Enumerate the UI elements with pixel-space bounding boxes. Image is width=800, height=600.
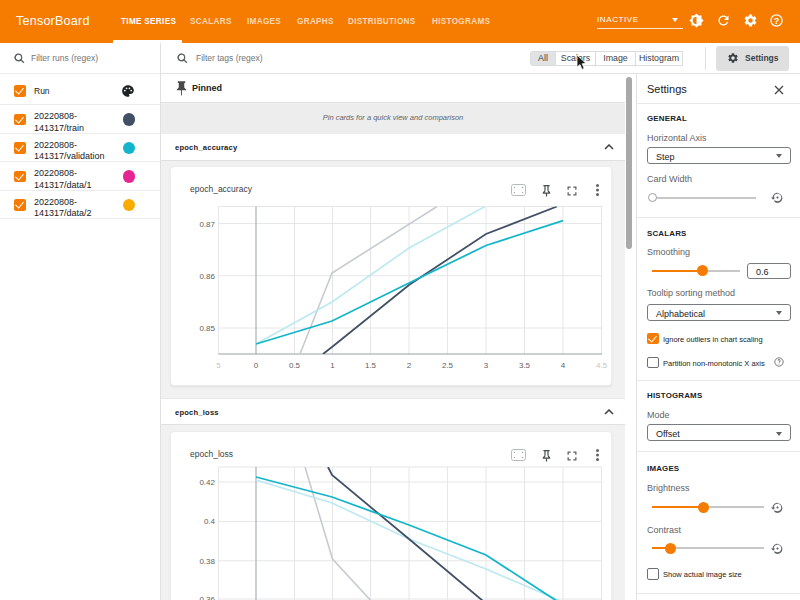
svg-text:0.38: 0.38	[199, 557, 215, 566]
svg-text:0: 0	[254, 361, 259, 370]
svg-text:0.5: 0.5	[289, 361, 301, 370]
svg-text:0.42: 0.42	[199, 478, 215, 487]
svg-text:0.4: 0.4	[204, 517, 216, 526]
svg-text:4.5: 4.5	[596, 361, 608, 370]
svg-text:?: ?	[774, 16, 780, 26]
svg-text:3: 3	[484, 361, 489, 370]
svg-text:4: 4	[561, 361, 566, 370]
svg-text:1.5: 1.5	[365, 361, 377, 370]
svg-text:1: 1	[330, 361, 335, 370]
svg-text:0.86: 0.86	[199, 272, 215, 281]
svg-text:0.85: 0.85	[199, 324, 215, 333]
svg-text:0.87: 0.87	[199, 220, 215, 229]
svg-text:0.36: 0.36	[199, 595, 215, 600]
svg-text:2: 2	[407, 361, 412, 370]
svg-text:5: 5	[216, 361, 221, 370]
svg-text:3.5: 3.5	[519, 361, 531, 370]
svg-text:2.5: 2.5	[442, 361, 454, 370]
